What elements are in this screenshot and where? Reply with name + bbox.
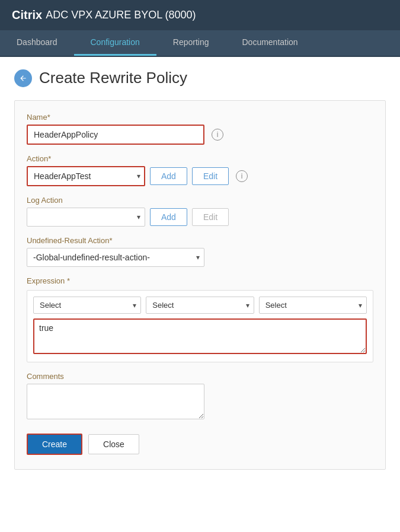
undefined-result-select-wrap: -Global-undefined-result-action- ▾ xyxy=(27,248,204,267)
name-group: Name* i xyxy=(27,113,373,145)
tab-configuration[interactable]: Configuration xyxy=(74,30,156,56)
name-info-icon: i xyxy=(212,129,223,141)
log-action-add-button[interactable]: Add xyxy=(150,208,187,226)
undefined-result-select[interactable]: -Global-undefined-result-action- xyxy=(27,248,204,267)
form-footer: Create Close xyxy=(27,434,373,455)
name-label: Name* xyxy=(27,113,373,122)
tab-reporting[interactable]: Reporting xyxy=(156,30,226,56)
create-button[interactable]: Create xyxy=(27,434,82,455)
brand-rest: ADC VPX AZURE BYOL (8000) xyxy=(46,9,196,21)
back-button[interactable] xyxy=(14,69,32,87)
comments-input[interactable] xyxy=(27,384,204,419)
undefined-result-label: Undefined-Result Action* xyxy=(27,236,373,245)
action-info-icon: i xyxy=(236,170,248,182)
header: Citrix ADC VPX AZURE BYOL (8000) xyxy=(0,0,400,30)
action-group: Action* HeaderAppTest ▾ Add Edit i xyxy=(27,154,373,186)
expr-select1-wrap: Select ▾ xyxy=(33,297,141,314)
back-icon xyxy=(19,74,27,82)
page-content: Create Rewrite Policy Name* i Action* He… xyxy=(0,57,400,482)
tab-documentation[interactable]: Documentation xyxy=(225,30,314,56)
comments-group: Comments xyxy=(27,372,373,419)
action-row: HeaderAppTest ▾ Add Edit i xyxy=(27,166,373,186)
expression-container: Select ▾ Select ▾ Select ▾ xyxy=(27,290,373,362)
tab-dashboard[interactable]: Dashboard xyxy=(0,30,74,56)
log-action-label: Log Action xyxy=(27,196,373,205)
expr-select1[interactable]: Select xyxy=(33,297,141,314)
comments-label: Comments xyxy=(27,372,373,381)
nav-tabs: Dashboard Configuration Reporting Docume… xyxy=(0,30,400,57)
expression-group: Expression * Select ▾ Select ▾ xyxy=(27,276,373,362)
brand-citrix: Citrix xyxy=(12,8,42,22)
expression-textarea[interactable]: true xyxy=(33,318,367,354)
log-action-edit-button[interactable]: Edit xyxy=(192,208,229,226)
log-action-row: ▾ Add Edit xyxy=(27,208,373,227)
page-header: Create Rewrite Policy xyxy=(14,69,386,87)
log-action-group: Log Action ▾ Add Edit xyxy=(27,196,373,227)
undefined-result-group: Undefined-Result Action* -Global-undefin… xyxy=(27,236,373,267)
name-input[interactable] xyxy=(27,125,204,145)
action-label: Action* xyxy=(27,154,373,163)
expr-select3-wrap: Select ▾ xyxy=(259,297,367,314)
log-action-select[interactable] xyxy=(27,208,145,227)
action-edit-button[interactable]: Edit xyxy=(192,167,229,185)
form-section: Name* i Action* HeaderAppTest ▾ Add Edit… xyxy=(14,100,386,470)
expr-select3[interactable]: Select xyxy=(259,297,367,314)
action-add-button[interactable]: Add xyxy=(150,167,187,185)
log-action-select-wrap: ▾ xyxy=(27,208,145,227)
page-title: Create Rewrite Policy xyxy=(39,69,187,87)
expression-selects: Select ▾ Select ▾ Select ▾ xyxy=(33,297,367,314)
action-select[interactable]: HeaderAppTest xyxy=(27,166,145,186)
close-button[interactable]: Close xyxy=(88,434,139,454)
action-select-wrap: HeaderAppTest ▾ xyxy=(27,166,145,186)
expression-label: Expression * xyxy=(27,276,373,285)
expr-select2[interactable]: Select xyxy=(146,297,254,314)
expr-select2-wrap: Select ▾ xyxy=(146,297,254,314)
